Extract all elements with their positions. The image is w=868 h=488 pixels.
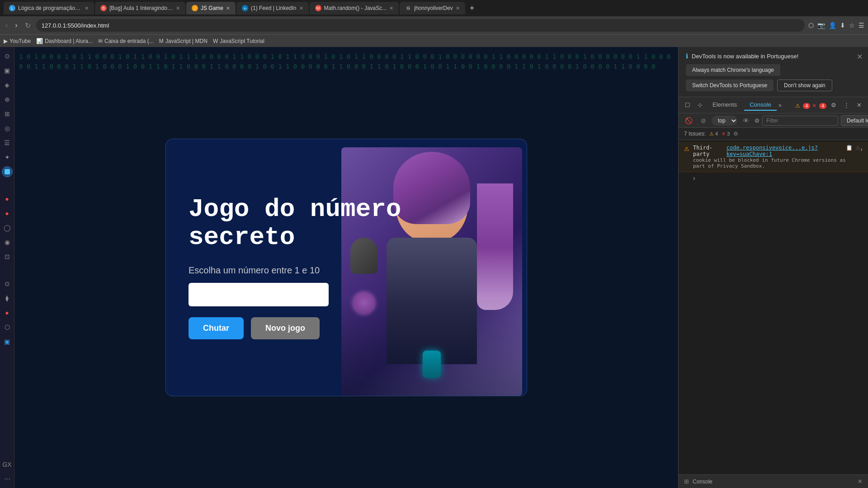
devtools-device-icon[interactable]: ☐ xyxy=(682,100,693,110)
sidebar-icon-14[interactable]: ⬡ xyxy=(2,322,13,333)
tab-close-icon[interactable]: ✕ xyxy=(299,5,303,11)
devtools-settings-icon[interactable]: ⚙ xyxy=(828,100,839,110)
sidebar: ⊙ ▣ ◈ ⊕ ⊞ ◎ ☰ ✦ ● ● ◯ ◉ ⊡ ⊙ ⧫ ● ⬡ ▣ GX ⋯ xyxy=(0,47,14,488)
guess-button[interactable]: Chutar xyxy=(189,317,244,339)
tab-bug[interactable]: B [Bug] Aula 1 Interagindo co... ✕ xyxy=(95,2,185,14)
new-game-button[interactable]: Novo jogo xyxy=(251,317,320,339)
notif-buttons: Always match Chrome's language xyxy=(686,64,861,76)
tab-close-icon[interactable]: ✕ xyxy=(456,5,460,11)
dashboard-icon: 📊 xyxy=(36,38,43,44)
screenshot-icon[interactable]: 📷 xyxy=(817,22,825,29)
sidebar-icon-13[interactable]: ⧫ xyxy=(2,293,13,304)
error-badge: ✕ 4 xyxy=(812,101,826,109)
bookmark-mdn[interactable]: M JavaScript | MDN xyxy=(159,38,208,44)
match-language-button[interactable]: Always match Chrome's language xyxy=(686,64,780,76)
console-clear-button[interactable]: 🚫 xyxy=(682,116,695,125)
tab-jsgame[interactable]: J JS Game ✕ xyxy=(186,2,236,14)
issues-settings-icon[interactable]: ⚙ xyxy=(733,131,738,137)
context-selector[interactable]: top xyxy=(712,116,737,126)
console-label: Console xyxy=(693,479,712,485)
tab-console[interactable]: Console xyxy=(744,99,777,111)
console-menu-icon[interactable]: ⊞ xyxy=(684,478,689,485)
devtools-notification: ℹ DevTools is now available in Portugues… xyxy=(679,47,868,97)
sidebar-icon-9[interactable]: ◯ xyxy=(2,222,13,233)
dont-show-button[interactable]: Don't show again xyxy=(777,80,832,91)
tab-linkedin[interactable]: in (1) Feed | LinkedIn ✕ xyxy=(236,2,309,14)
forward-button[interactable]: › xyxy=(13,19,19,31)
issues-label: 7 Issues: xyxy=(684,131,706,137)
sidebar-icon-5[interactable]: ⊞ xyxy=(2,108,13,119)
bookmark-alura[interactable]: 📊 Dashboard | Alura... xyxy=(36,38,93,44)
sidebar-icon-bottom-2[interactable]: ⋯ xyxy=(2,474,13,484)
log-expand-icon[interactable]: › xyxy=(860,145,863,169)
tab-close-icon[interactable]: ✕ xyxy=(226,5,230,11)
copy-icon[interactable]: 📋 xyxy=(846,145,853,151)
back-button[interactable]: ‹ xyxy=(4,19,9,31)
console-toggle-button[interactable]: ⊘ xyxy=(698,116,709,125)
sidebar-icon-bottom-1[interactable]: GX xyxy=(2,459,13,470)
sidebar-icon-6[interactable]: ◎ xyxy=(2,123,13,134)
sidebar-icon-2[interactable]: ▣ xyxy=(2,65,13,76)
address-bar[interactable]: 127.0.0.1:5500/index.html xyxy=(36,19,805,32)
warning-badge: ⚠ 4 xyxy=(795,101,810,109)
issues-bar: 7 Issues: ⚠ 4 ✕ 3 ⚙ xyxy=(679,128,868,140)
devtools-close-icon[interactable]: ✕ xyxy=(854,100,864,110)
devtools-footer-close-icon[interactable]: ✕ xyxy=(858,478,863,485)
nav-bar: ‹ › ↻ 127.0.0.1:5500/index.html ⬡ 📷 👤 ⬇ … xyxy=(0,16,868,34)
sidebar-icon-red-2[interactable]: ● xyxy=(2,208,13,219)
switch-language-button[interactable]: Switch DevTools to Portuguese xyxy=(686,80,774,91)
sidebar-icon-7[interactable]: ☰ xyxy=(2,137,13,148)
expand-chevron-icon[interactable]: › xyxy=(693,174,695,182)
menu-icon[interactable]: ☰ xyxy=(859,22,864,29)
log-expand-row[interactable]: › xyxy=(679,172,868,184)
sidebar-icon-4[interactable]: ⊕ xyxy=(2,94,13,105)
filter-input[interactable] xyxy=(762,116,838,126)
sidebar-icon-11[interactable]: ⊡ xyxy=(2,251,13,262)
sidebar-icon-3[interactable]: ◈ xyxy=(2,80,13,90)
tab-close-icon[interactable]: ✕ xyxy=(389,5,393,11)
log-message: cookie will be blocked in future Chrome … xyxy=(693,157,860,169)
tab-favicon: B xyxy=(100,5,107,11)
sidebar-icon-1[interactable]: ⊙ xyxy=(2,51,13,61)
sidebar-icon-red-1[interactable]: ● xyxy=(2,193,13,204)
tab-logica[interactable]: L Lógica de programação: ... ✕ xyxy=(4,2,94,14)
sidebar-icon-8[interactable]: ✦ xyxy=(2,152,13,163)
mdn-icon: M xyxy=(159,38,164,44)
extensions-icon[interactable]: ⬡ xyxy=(808,22,814,29)
bookmark-gmail[interactable]: ✉ Caixa de entrada (... xyxy=(98,38,154,44)
sidebar-icon-12[interactable]: ⊙ xyxy=(2,278,13,289)
tab-github[interactable]: G jhonnyoliverDev ✕ xyxy=(400,2,465,14)
bookmark-youtube[interactable]: ▶ YouTube xyxy=(4,38,31,44)
reload-button[interactable]: ↻ xyxy=(23,19,33,32)
tab-elements[interactable]: Elements xyxy=(707,99,742,111)
error-icon: ✕ xyxy=(722,131,726,137)
log-warning-icon: ⚠ xyxy=(684,145,689,169)
warning-inline-icon: ⚠ xyxy=(855,145,860,151)
tab-close-icon[interactable]: ✕ xyxy=(85,5,89,11)
sidebar-icon-red-3[interactable]: ● xyxy=(2,307,13,318)
favorite-icon[interactable]: ☆ xyxy=(849,22,855,29)
tab-favicon: G xyxy=(405,5,411,11)
devtools-more-icon[interactable]: ⋮ xyxy=(841,100,852,110)
number-input[interactable] xyxy=(189,283,329,306)
download-icon[interactable]: ⬇ xyxy=(840,22,845,29)
new-tab-button[interactable]: + xyxy=(466,4,478,13)
notif-close-icon[interactable]: ✕ xyxy=(857,52,863,61)
profile-icon[interactable]: 👤 xyxy=(829,22,836,29)
devtools-cursor-icon[interactable]: ⊹ xyxy=(695,100,705,110)
mail-icon: ✉ xyxy=(98,38,103,44)
tab-bar: L Lógica de programação: ... ✕ B [Bug] A… xyxy=(0,0,868,16)
nav-icons: ⬡ 📷 👤 ⬇ ☆ ☰ xyxy=(808,22,864,29)
tab-mdn[interactable]: M Math.random() - JavaSc... ✕ xyxy=(310,2,399,14)
log-link[interactable]: code.responsivevoice...e.js?key=suaChave… xyxy=(726,145,844,157)
eye-icon[interactable]: 👁 xyxy=(740,116,752,125)
log-level-selector[interactable]: Default levels ▾ xyxy=(841,115,868,126)
notif-title: DevTools is now available in Portuguese! xyxy=(692,53,798,60)
tab-close-icon[interactable]: ✕ xyxy=(176,5,180,11)
bookmark-jstutorial[interactable]: W JavaScript Tutorial xyxy=(213,38,264,44)
tab-favicon: M xyxy=(315,5,321,11)
sidebar-icon-blue[interactable]: ▣ xyxy=(2,336,13,347)
more-tabs-icon[interactable]: » xyxy=(778,102,782,108)
sidebar-icon-avatar[interactable] xyxy=(2,166,13,177)
sidebar-icon-10[interactable]: ◉ xyxy=(2,237,13,248)
